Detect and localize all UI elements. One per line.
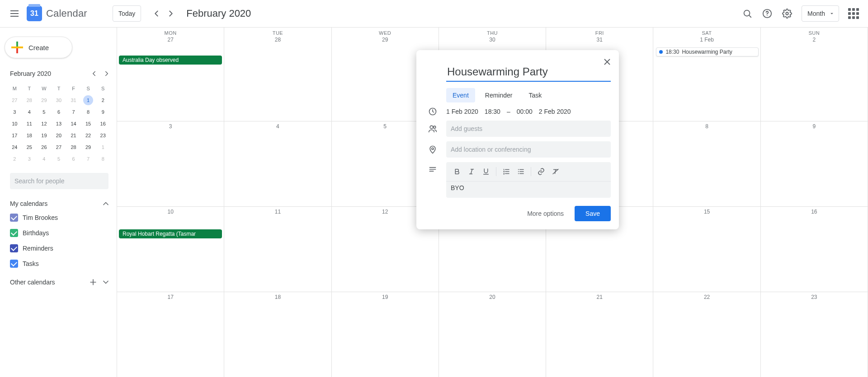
popup-tab-task[interactable]: Task — [523, 88, 548, 102]
day-cell[interactable]: 9 — [761, 121, 868, 206]
mini-day[interactable]: 2 — [95, 94, 110, 106]
mini-day[interactable]: 20 — [52, 130, 66, 141]
day-cell[interactable]: 17 — [117, 292, 224, 377]
mini-day[interactable]: 5 — [37, 106, 52, 118]
mini-day[interactable]: 17 — [7, 130, 22, 141]
mini-day[interactable]: 31 — [66, 94, 81, 106]
next-month-button[interactable] — [164, 6, 178, 21]
calendar-toggle[interactable]: Tasks — [10, 256, 112, 271]
mini-day[interactable]: 22 — [81, 130, 96, 141]
search-button[interactable] — [738, 5, 756, 23]
day-cell[interactable]: 11 — [224, 207, 331, 292]
mini-day[interactable]: 30 — [52, 94, 66, 106]
calendar-toggle[interactable]: Reminders — [10, 241, 112, 256]
mini-day[interactable]: 18 — [22, 130, 37, 141]
mini-day[interactable]: 1 — [95, 141, 110, 153]
mini-day[interactable]: 8 — [95, 153, 110, 165]
mini-day[interactable]: 14 — [66, 118, 81, 130]
mini-day[interactable]: 15 — [81, 118, 96, 130]
my-calendars-collapse[interactable] — [99, 197, 112, 210]
event-title-input[interactable] — [446, 64, 611, 82]
mini-day[interactable]: 26 — [37, 141, 52, 153]
popup-tab-reminder[interactable]: Reminder — [479, 88, 519, 102]
bullet-list-button[interactable] — [514, 165, 528, 178]
mini-day[interactable]: 6 — [52, 106, 66, 118]
event-start-time[interactable]: 18:30 — [485, 108, 500, 115]
add-other-calendar[interactable] — [87, 276, 99, 289]
bold-button[interactable] — [450, 165, 464, 178]
mini-day[interactable]: 1 — [81, 94, 96, 106]
mini-day[interactable]: 8 — [81, 106, 96, 118]
mini-day[interactable]: 27 — [52, 141, 66, 153]
mini-day[interactable]: 13 — [52, 118, 66, 130]
day-cell[interactable]: 23 — [761, 292, 868, 377]
mini-day[interactable]: 19 — [37, 130, 52, 141]
popup-tab-event[interactable]: Event — [446, 88, 475, 102]
day-cell[interactable]: 20 — [439, 292, 546, 377]
link-button[interactable] — [534, 165, 548, 178]
underline-button[interactable] — [479, 165, 493, 178]
day-cell[interactable]: 1 Feb18:30Housewarming Party — [653, 36, 760, 121]
description-input[interactable]: BYO — [446, 182, 611, 194]
mini-day[interactable]: 11 — [22, 118, 37, 130]
mini-day[interactable]: 4 — [37, 153, 52, 165]
mini-day[interactable]: 4 — [22, 106, 37, 118]
google-apps-button[interactable] — [844, 5, 863, 23]
add-guests-input[interactable]: Add guests — [446, 121, 611, 137]
day-cell[interactable]: 2 — [761, 36, 868, 121]
mini-day[interactable]: 21 — [66, 130, 81, 141]
mini-prev-button[interactable] — [88, 67, 100, 80]
calendar-toggle[interactable]: Tim Brookes — [10, 210, 112, 225]
today-button[interactable]: Today — [113, 5, 141, 22]
more-options-button[interactable]: More options — [527, 210, 564, 217]
day-cell[interactable]: 21 — [546, 292, 653, 377]
day-cell[interactable]: 4 — [224, 121, 331, 206]
mini-day[interactable]: 7 — [66, 106, 81, 118]
event-start-date[interactable]: 1 Feb 2020 — [446, 108, 478, 115]
view-dropdown[interactable]: Month — [802, 5, 839, 22]
day-cell[interactable]: 16 — [761, 207, 868, 292]
mini-day[interactable]: 6 — [66, 153, 81, 165]
event-end-date[interactable]: 2 Feb 2020 — [539, 108, 571, 115]
save-button[interactable]: Save — [575, 206, 611, 221]
mini-day[interactable]: 9 — [95, 106, 110, 118]
help-button[interactable] — [758, 5, 776, 23]
mini-day[interactable]: 27 — [7, 94, 22, 106]
day-cell[interactable]: 19 — [332, 292, 439, 377]
event-end-time[interactable]: 00:00 — [517, 108, 533, 115]
day-cell[interactable]: 3 — [117, 121, 224, 206]
prev-month-button[interactable] — [149, 6, 164, 21]
day-cell[interactable]: 15 — [653, 207, 760, 292]
other-calendars-header[interactable]: Other calendars — [10, 279, 87, 286]
main-menu-button[interactable] — [5, 5, 24, 23]
mini-day[interactable]: 3 — [22, 153, 37, 165]
mini-day[interactable]: 3 — [7, 106, 22, 118]
day-cell[interactable]: 18 — [224, 292, 331, 377]
mini-day[interactable]: 5 — [52, 153, 66, 165]
numbered-list-button[interactable] — [499, 165, 514, 178]
clear-format-button[interactable] — [548, 165, 563, 178]
my-calendars-header[interactable]: My calendars — [10, 200, 99, 207]
mini-day[interactable]: 29 — [81, 141, 96, 153]
calendar-toggle[interactable]: Birthdays — [10, 225, 112, 241]
mini-day[interactable]: 7 — [81, 153, 96, 165]
create-button[interactable]: Create — [5, 37, 72, 58]
mini-day[interactable]: 25 — [22, 141, 37, 153]
event-item[interactable]: 18:30Housewarming Party — [656, 47, 758, 56]
close-popup-button[interactable] — [600, 55, 614, 69]
calendar-logo[interactable]: 31 — [25, 5, 43, 23]
day-cell[interactable]: 10Royal Hobart Regatta (Tasmar — [117, 207, 224, 292]
mini-day[interactable]: 23 — [95, 130, 110, 141]
search-people-input[interactable]: Search for people — [10, 173, 108, 189]
italic-button[interactable] — [464, 165, 479, 178]
mini-day[interactable]: 12 — [37, 118, 52, 130]
mini-day[interactable]: 29 — [37, 94, 52, 106]
day-cell[interactable]: 8 — [653, 121, 760, 206]
event-chip[interactable]: Australia Day observed — [119, 56, 222, 65]
mini-day[interactable]: 16 — [95, 118, 110, 130]
other-calendars-expand[interactable] — [99, 276, 112, 289]
mini-next-button[interactable] — [100, 67, 113, 80]
add-location-input[interactable]: Add location or conferencing — [446, 141, 611, 158]
event-chip[interactable]: Royal Hobart Regatta (Tasmar — [119, 229, 222, 238]
mini-day[interactable]: 28 — [22, 94, 37, 106]
